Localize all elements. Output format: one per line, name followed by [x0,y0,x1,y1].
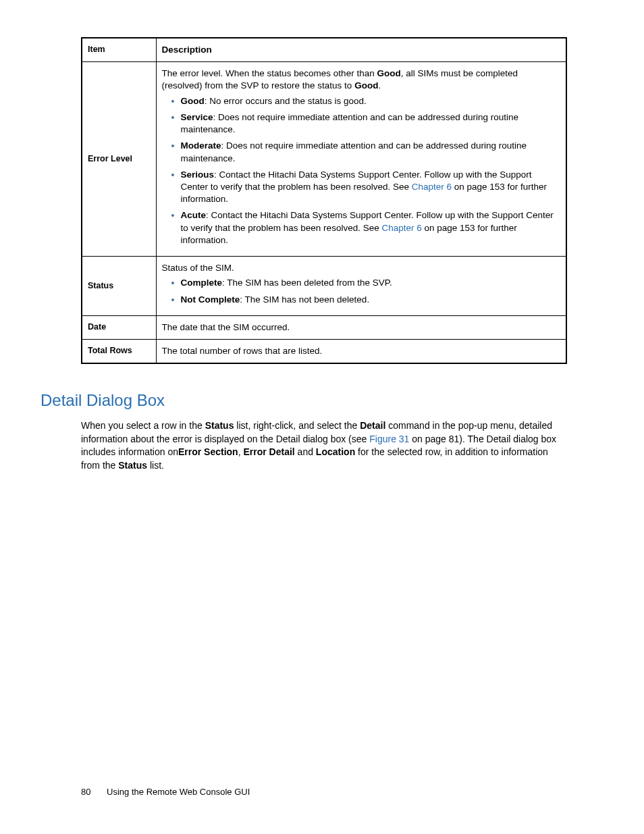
description-table: Item Description Error Level The error l… [81,37,567,364]
row-desc-status: Status of the SIM. Complete: The SIM has… [156,257,566,316]
bullet-name: Serious [181,170,215,180]
bold-good: Good [354,80,378,90]
bold-good: Good [377,68,400,78]
table-row-error-level: Error Level The error level. When the st… [82,62,566,257]
table-row-date: Date The date that the SIM occurred. [82,315,566,339]
header-description: Description [156,38,566,62]
text: The error level. When the status becomes… [162,68,377,78]
list-item: Service: Does not require immediate atte… [171,111,561,136]
bullet-text: : The SIM has not been deleted. [240,294,369,305]
page-content: Item Description Error Level The error l… [0,0,644,473]
row-label-date: Date [82,315,156,339]
list-item: Moderate: Does not require immediate att… [171,140,561,164]
row-desc-total-rows: The total number of rows that are listed… [156,339,566,363]
text: list, right-click, and select the [234,420,360,431]
header-item: Item [82,38,156,62]
figure-link[interactable]: Figure 31 [369,434,409,444]
bullet-name: Acute [181,210,207,220]
bullet-text: : Does not require immediate attention a… [181,112,519,134]
error-level-bullets: Good: No error occurs and the status is … [162,95,561,246]
bullet-text: : No error occurs and the status is good… [205,96,367,106]
bold-location: Location [316,446,355,457]
status-bullets: Complete: The SIM has been deleted from … [162,277,561,305]
bold-status: Status [205,420,234,431]
row-desc-error-level: The error level. When the status becomes… [156,62,566,257]
table-row-status: Status Status of the SIM. Complete: The … [82,257,566,316]
bold-detail: Detail [360,420,385,431]
bullet-name: Not Complete [181,294,240,305]
chapter-link[interactable]: Chapter 6 [381,223,421,233]
section-paragraph: When you select a row in the Status list… [81,419,567,472]
section-heading-detail-dialog: Detail Dialog Box [41,391,603,410]
page-footer: 80 Using the Remote Web Console GUI [81,787,250,797]
list-item: Complete: The SIM has been deleted from … [171,277,561,289]
text: When you select a row in the [81,420,205,431]
bold-status: Status [118,460,147,471]
list-item: Good: No error occurs and the status is … [171,95,561,107]
bold-error-detail: Error Detail [243,446,294,457]
bullet-text: : The SIM has been deleted from the SVP. [222,278,392,288]
bullet-name: Good [181,96,205,106]
row-label-total-rows: Total Rows [82,339,156,363]
bullet-name: Moderate [181,140,221,151]
row-desc-date: The date that the SIM occurred. [156,315,566,339]
text: Status of the SIM. [162,263,234,273]
row-label-error-level: Error Level [82,62,156,257]
bullet-name: Service [181,112,213,122]
list-item: Not Complete: The SIM has not been delet… [171,294,561,306]
bullet-text: : Does not require immediate attention a… [181,140,527,163]
page-number: 80 [81,787,90,797]
list-item: Acute: Contact the Hitachi Data Systems … [171,209,561,246]
text: list. [147,460,164,471]
text: . [378,80,381,90]
table-header-row: Item Description [82,38,566,62]
chapter-link[interactable]: Chapter 6 [412,182,452,192]
footer-title: Using the Remote Web Console GUI [107,787,250,797]
text: and [295,446,316,457]
row-label-status: Status [82,257,156,316]
bullet-name: Complete [181,278,223,288]
bold-error-section: Error Section [178,446,238,457]
table-row-total-rows: Total Rows The total number of rows that… [82,339,566,363]
list-item: Serious: Contact the Hitachi Data System… [171,169,561,206]
